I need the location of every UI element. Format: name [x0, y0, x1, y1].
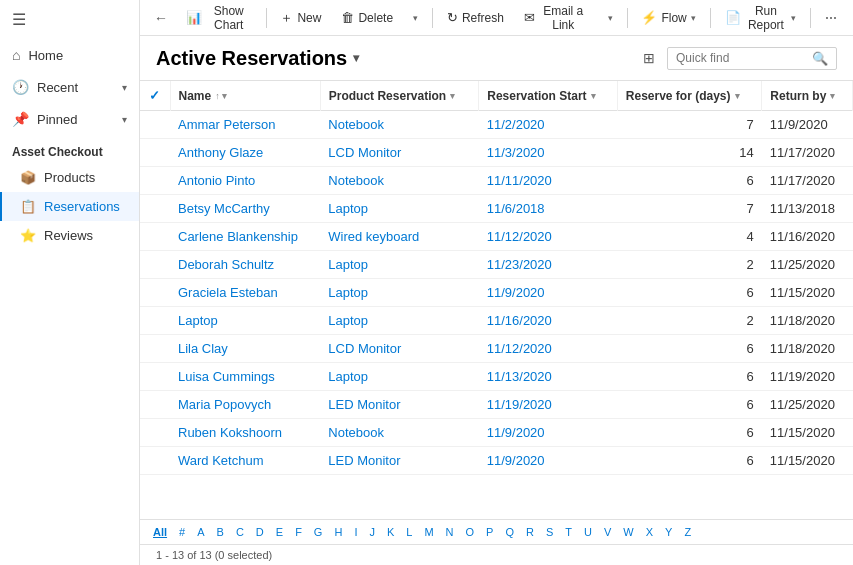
sidebar-reservations-label: Reservations [44, 199, 120, 214]
row-return: 11/17/2020 [762, 139, 853, 167]
alpha-btn-d[interactable]: D [251, 524, 269, 540]
back-button[interactable]: ← [148, 6, 174, 30]
sidebar-item-home[interactable]: ⌂ Home [0, 39, 139, 71]
select-all-check[interactable]: ✓ [149, 88, 160, 103]
row-checkbox[interactable] [140, 167, 170, 195]
row-return: 11/25/2020 [762, 391, 853, 419]
row-product: Notebook [320, 167, 478, 195]
sidebar-item-reviews[interactable]: ⭐ Reviews [0, 221, 139, 250]
row-checkbox[interactable] [140, 307, 170, 335]
row-product: Wired keyboard [320, 223, 478, 251]
row-return: 11/15/2020 [762, 419, 853, 447]
flow-button[interactable]: ⚡ Flow ▾ [633, 6, 703, 29]
alpha-btn-n[interactable]: N [441, 524, 459, 540]
alpha-btn-l[interactable]: L [401, 524, 417, 540]
show-chart-button[interactable]: 📊 Show Chart [178, 0, 260, 36]
email-link-button[interactable]: ✉ Email a Link [516, 0, 596, 36]
search-input[interactable] [676, 51, 806, 65]
row-checkbox[interactable] [140, 223, 170, 251]
col-name: Name ↑ ▾ [170, 81, 320, 111]
product-filter-icon[interactable]: ▾ [450, 91, 455, 101]
name-sort-icon[interactable]: ↑ ▾ [215, 91, 227, 101]
view-title-dropdown[interactable]: ▾ [353, 51, 359, 65]
alpha-btn-a[interactable]: A [192, 524, 209, 540]
start-filter-icon[interactable]: ▾ [591, 91, 596, 101]
table-row: Ward Ketchum LED Monitor 11/9/2020 6 11/… [140, 447, 853, 475]
alpha-btn-p[interactable]: P [481, 524, 498, 540]
new-button[interactable]: ＋ New [272, 5, 329, 31]
alpha-btn-k[interactable]: K [382, 524, 399, 540]
alpha-btn-g[interactable]: G [309, 524, 328, 540]
toolbar: ← 📊 Show Chart ＋ New 🗑 Delete ▾ ↻ Refres… [140, 0, 853, 36]
alpha-btn-q[interactable]: Q [500, 524, 519, 540]
row-start: 11/2/2020 [479, 111, 618, 139]
alpha-btn-m[interactable]: M [419, 524, 438, 540]
row-product: Laptop [320, 279, 478, 307]
row-start: 11/12/2020 [479, 223, 618, 251]
dropdown-arrow-delete[interactable]: ▾ [405, 9, 426, 27]
row-name: Anthony Glaze [170, 139, 320, 167]
row-name: Antonio Pinto [170, 167, 320, 195]
alpha-btn-e[interactable]: E [271, 524, 288, 540]
return-filter-icon[interactable]: ▾ [830, 91, 835, 101]
table-row: Laptop Laptop 11/16/2020 2 11/18/2020 [140, 307, 853, 335]
row-product: LED Monitor [320, 391, 478, 419]
alpha-btn-v[interactable]: V [599, 524, 616, 540]
recent-arrow-icon: ▾ [122, 82, 127, 93]
sidebar-item-pinned[interactable]: 📌 Pinned ▾ [0, 103, 139, 135]
alpha-btn-s[interactable]: S [541, 524, 558, 540]
row-name: Graciela Esteban [170, 279, 320, 307]
delete-button[interactable]: 🗑 Delete [333, 6, 401, 29]
more-button[interactable]: ⋯ [817, 7, 845, 29]
row-return: 11/18/2020 [762, 335, 853, 363]
alpha-btn-b[interactable]: B [212, 524, 229, 540]
row-checkbox[interactable] [140, 391, 170, 419]
hamburger-icon[interactable]: ☰ [0, 0, 139, 39]
dropdown-arrow-email[interactable]: ▾ [600, 9, 621, 27]
alpha-btn-f[interactable]: F [290, 524, 307, 540]
filter-icon[interactable]: ⊞ [639, 46, 659, 70]
row-checkbox[interactable] [140, 419, 170, 447]
row-start: 11/9/2020 [479, 279, 618, 307]
table-row: Luisa Cummings Laptop 11/13/2020 6 11/19… [140, 363, 853, 391]
alpha-btn-x[interactable]: X [641, 524, 658, 540]
view-header-actions: ⊞ 🔍 [639, 46, 837, 70]
toolbar-separator-2 [432, 8, 433, 28]
row-name: Ammar Peterson [170, 111, 320, 139]
new-icon: ＋ [280, 9, 293, 27]
alpha-btn-#[interactable]: # [174, 524, 190, 540]
alpha-btn-u[interactable]: U [579, 524, 597, 540]
alpha-btn-o[interactable]: O [461, 524, 480, 540]
alpha-btn-i[interactable]: I [349, 524, 362, 540]
row-checkbox[interactable] [140, 251, 170, 279]
alpha-btn-t[interactable]: T [560, 524, 577, 540]
row-checkbox[interactable] [140, 447, 170, 475]
run-report-button[interactable]: 📄 Run Report ▾ [717, 0, 805, 36]
alpha-btn-z[interactable]: Z [679, 524, 696, 540]
days-filter-icon[interactable]: ▾ [735, 91, 740, 101]
row-checkbox[interactable] [140, 139, 170, 167]
alpha-btn-y[interactable]: Y [660, 524, 677, 540]
reservations-icon: 📋 [20, 199, 36, 214]
col-days: Reserve for (days) ▾ [617, 81, 761, 111]
alpha-btn-h[interactable]: H [329, 524, 347, 540]
row-days: 7 [617, 195, 761, 223]
col-return: Return by ▾ [762, 81, 853, 111]
alpha-btn-c[interactable]: C [231, 524, 249, 540]
row-product: Laptop [320, 307, 478, 335]
row-checkbox[interactable] [140, 279, 170, 307]
sidebar-item-products[interactable]: 📦 Products [0, 163, 139, 192]
alpha-btn-j[interactable]: J [364, 524, 380, 540]
row-checkbox[interactable] [140, 335, 170, 363]
sidebar-item-recent[interactable]: 🕐 Recent ▾ [0, 71, 139, 103]
row-checkbox[interactable] [140, 363, 170, 391]
row-days: 6 [617, 419, 761, 447]
alpha-btn-w[interactable]: W [618, 524, 638, 540]
row-checkbox[interactable] [140, 195, 170, 223]
sidebar-item-reservations[interactable]: 📋 Reservations [0, 192, 139, 221]
row-checkbox[interactable] [140, 111, 170, 139]
alpha-btn-all[interactable]: All [148, 524, 172, 540]
col-product: Product Reservation ▾ [320, 81, 478, 111]
alpha-btn-r[interactable]: R [521, 524, 539, 540]
refresh-button[interactable]: ↻ Refresh [439, 6, 512, 29]
